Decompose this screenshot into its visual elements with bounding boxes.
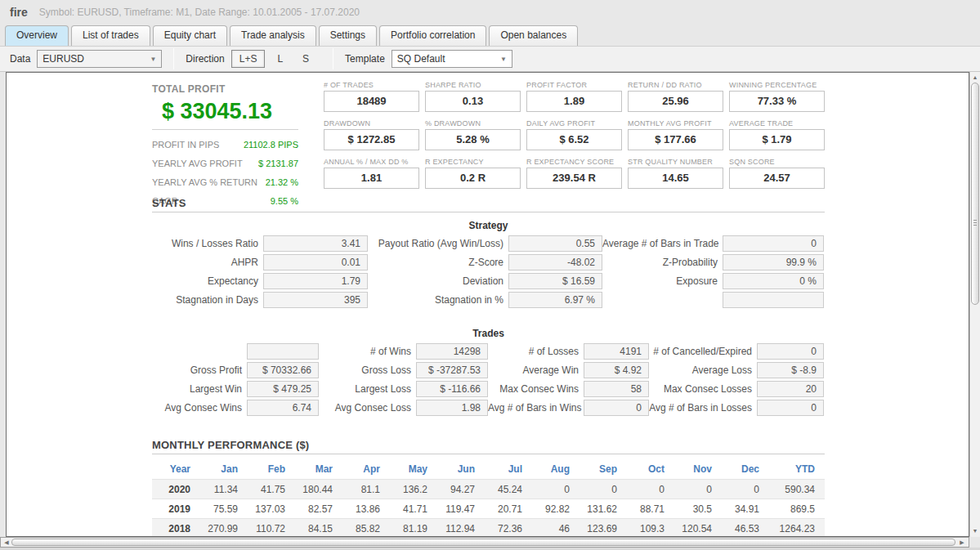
stat-label: Largest Loss — [319, 381, 416, 397]
tab-overview[interactable]: Overview — [5, 25, 69, 46]
total-profit-value: $ 33045.13 — [162, 99, 298, 124]
tab-trade-analysis[interactable]: Trade analysis — [230, 25, 316, 46]
tab-open-balances[interactable]: Open balances — [489, 25, 578, 46]
stat-value: $ -8.9 — [757, 362, 824, 378]
divider — [152, 454, 825, 454]
app-title: fire — [10, 6, 28, 19]
yearly-avg-return-row: YEARLY AVG % RETURN 21.32 % — [152, 172, 298, 191]
stat-value: 3.41 — [263, 235, 368, 252]
yearly-avg-return-label: YEARLY AVG % RETURN — [152, 177, 257, 187]
stat-value: $ -37287.53 — [416, 362, 488, 378]
app-subtitle: Symbol: EURUSD, Timeframe: M1, Date Rang… — [39, 7, 360, 18]
tab-settings[interactable]: Settings — [319, 25, 377, 46]
kpi-grid: # OF TRADES18489 SHARPE RATIO0.13 PROFIT… — [324, 81, 825, 189]
strategy-table-title: Strategy — [152, 220, 825, 231]
stat-value: 20 — [757, 381, 824, 397]
vertical-scrollbar[interactable]: ▲ ▼ — [969, 72, 980, 537]
direction-button-group: L+S L S — [231, 50, 321, 68]
stat-value: 0 — [757, 343, 824, 360]
stat-label: Avg Consec Loss — [319, 400, 416, 416]
stat-value: 1.79 — [263, 273, 368, 289]
data-label: Data — [10, 53, 30, 65]
vertical-scrollbar-thumb[interactable] — [971, 83, 979, 305]
yearly-avg-profit-value: $ 2131.87 — [258, 159, 298, 168]
template-select[interactable]: SQ Default ▼ — [392, 50, 512, 68]
data-select[interactable]: EURUSD ▼ — [37, 50, 162, 68]
stat-value: 1.98 — [416, 400, 488, 416]
scroll-down-icon[interactable]: ▼ — [970, 526, 980, 536]
stat-value: 0 — [723, 235, 824, 252]
monthly-performance-title: MONTHLY PERFORMANCE ($) — [152, 439, 309, 451]
horizontal-scrollbar-thumb[interactable] — [11, 539, 955, 546]
yearly-avg-profit-row: YEARLY AVG PROFIT $ 2131.87 — [152, 154, 298, 172]
total-profit-block: TOTAL PROFIT $ 33045.13 PROFIT IN PIPS 2… — [152, 83, 298, 210]
kpi-return-dd-ratio: RETURN / DD RATIO25.96 — [628, 81, 723, 112]
kpi-profit-factor: PROFIT FACTOR1.89 — [526, 81, 622, 112]
kpi-monthly-avg-profit: MONTHLY AVG PROFIT$ 177.66 — [628, 119, 723, 150]
kpi-drawdown: DRAWDOWN$ 1272.85 — [324, 119, 419, 150]
monthly-row-2020: 2020 11.34 41.75 180.44 81.1 136.2 94.27… — [152, 479, 825, 499]
title-bar: fire Symbol: EURUSD, Timeframe: M1, Date… — [0, 0, 980, 25]
stat-label: Avg Consec Wins — [152, 400, 247, 416]
stat-label: Gross Profit — [152, 362, 247, 378]
kpi-r-expectancy: R EXPECTANCY0.2 R — [425, 158, 521, 189]
tab-list-of-trades[interactable]: List of trades — [71, 25, 150, 46]
direction-long-button[interactable]: L — [270, 51, 290, 67]
stat-label: Deviation — [368, 273, 508, 289]
stat-label: Gross Loss — [319, 362, 416, 378]
kpi-str-quality-number: STR QUALITY NUMBER14.65 — [628, 158, 723, 189]
strategy-stats-table: Wins / Losses Ratio 3.41 Payout Ratio (A… — [152, 235, 824, 308]
stat-label: Payout Ratio (Avg Win/Loss) — [368, 235, 508, 252]
monthly-performance-table: Year Jan Feb Mar Apr May Jun Jul Aug Sep… — [152, 459, 825, 537]
divider — [152, 212, 825, 212]
toolbar-separator — [333, 48, 333, 69]
stat-label — [602, 292, 723, 308]
stat-value — [247, 343, 319, 360]
profit-in-pips-value: 21102.8 PIPS — [244, 140, 298, 150]
kpi-pct-drawdown: % DRAWDOWN5.28 % — [425, 119, 521, 150]
stat-label: Average Win — [488, 362, 584, 378]
scroll-left-icon[interactable]: ◀ — [2, 538, 11, 547]
stat-label: Average # of Bars in Trade — [602, 235, 723, 252]
tab-equity-chart[interactable]: Equity chart — [153, 25, 227, 46]
yearly-avg-return-value: 21.32 % — [266, 177, 298, 187]
stat-label: Average Loss — [649, 362, 757, 378]
stat-value: 58 — [584, 381, 649, 397]
horizontal-scrollbar[interactable]: ◀ ▶ — [0, 537, 969, 548]
kpi-sharpe-ratio: SHARPE RATIO0.13 — [425, 81, 521, 112]
tab-portfolio-correlation[interactable]: Portfolio correlation — [379, 25, 486, 46]
kpi-annual-max-dd: ANNUAL % / MAX DD %1.81 — [324, 158, 419, 189]
stat-value: 395 — [263, 292, 368, 308]
chevron-down-icon: ▼ — [500, 56, 507, 63]
direction-short-button[interactable]: S — [295, 51, 316, 67]
stat-label: # of Losses — [488, 343, 584, 360]
stat-value: 6.97 % — [508, 292, 602, 308]
scroll-right-icon[interactable]: ▶ — [957, 538, 967, 547]
toolbar: Data EURUSD ▼ Direction L+S L S Template… — [0, 46, 980, 72]
overview-panel: TOTAL PROFIT $ 33045.13 PROFIT IN PIPS 2… — [6, 72, 969, 537]
monthly-header-row: Year Jan Feb Mar Apr May Jun Jul Aug Sep… — [152, 459, 825, 479]
stat-label: Avg # of Bars in Losses — [649, 400, 757, 416]
stat-value: $ 4.92 — [584, 362, 649, 378]
stat-label: Exposure — [602, 273, 723, 289]
stat-label: Largest Win — [152, 381, 247, 397]
stat-value: $ 16.59 — [508, 273, 602, 289]
monthly-row-2018: 2018 270.99 110.72 84.15 85.82 81.19 112… — [152, 518, 825, 537]
chevron-down-icon: ▼ — [150, 56, 156, 63]
scroll-up-icon[interactable]: ▲ — [970, 73, 980, 83]
stat-label: Wins / Losses Ratio — [152, 235, 263, 252]
direction-long-short-button[interactable]: L+S — [231, 50, 266, 68]
stat-label: Stagnation in % — [368, 292, 508, 308]
tab-bar: Overview List of trades Equity chart Tra… — [5, 25, 578, 46]
stat-value: 14298 — [416, 343, 488, 360]
kpi-num-trades: # OF TRADES18489 — [324, 81, 419, 112]
stat-label: Max Consec Wins — [488, 381, 584, 397]
stat-value: $ 479.25 — [247, 381, 319, 397]
stat-value: 0 — [757, 400, 824, 416]
kpi-winning-percentage: WINNING PERCENTAGE77.33 % — [729, 81, 825, 112]
stat-label: # of Cancelled/Expired — [649, 343, 757, 360]
template-label: Template — [345, 53, 385, 65]
stat-value: 0.55 — [508, 235, 602, 252]
stat-label: AHPR — [152, 254, 263, 271]
stat-value: 99.9 % — [723, 254, 824, 271]
